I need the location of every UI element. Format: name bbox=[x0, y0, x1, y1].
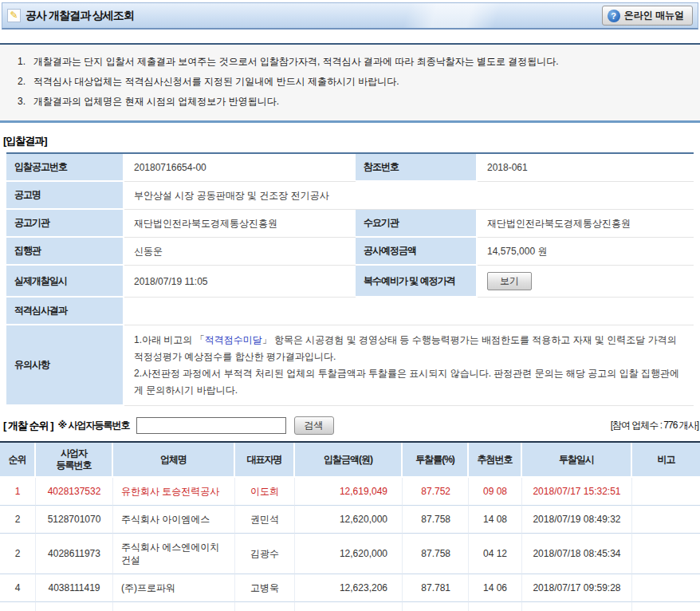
business-reg-no-input[interactable] bbox=[136, 417, 286, 434]
notice-number: 3. bbox=[10, 92, 26, 112]
page: ✎ 공사 개찰결과 상세조회 ? 온라인 매뉴얼 1. 개찰결과는 단지 입찰서… bbox=[0, 0, 700, 611]
announce-no-label: 입찰공고번호 bbox=[6, 154, 124, 182]
notice-text: 적격심사 대상업체는 적격심사신청서를 지정된 기일내에 반드시 제출하시기 바… bbox=[33, 72, 399, 92]
caution-blue-text: 적격점수미달 bbox=[205, 334, 262, 345]
bid-result-section-title: [입찰결과] bbox=[3, 134, 700, 148]
note-cell bbox=[632, 574, 700, 602]
view-button[interactable]: 보기 bbox=[487, 272, 532, 290]
company-cell: 유한회사 한양전력 bbox=[113, 602, 235, 611]
open-datetime-label: 실제개찰일시 bbox=[6, 266, 124, 298]
rank-cell: 1 bbox=[0, 478, 36, 506]
est-amount-label: 공사예정금액 bbox=[356, 238, 478, 266]
reg-no-cell: 7648600336 bbox=[36, 602, 113, 611]
company-cell: 주식회사 아이엠에스 bbox=[113, 506, 235, 534]
company-cell: 주식회사 에스엔에이치 건설 bbox=[113, 534, 235, 574]
lottery-cell: 14 06 bbox=[469, 574, 522, 602]
notice-item: 3. 개찰결과의 업체명은 현재 시점의 업체정보가 반영됩니다. bbox=[0, 92, 700, 112]
rank-table-header-row: 순위 사업자등록번호 업체명 대표자명 입찰금액(원) 투찰률(%) 추첨번호 … bbox=[0, 443, 700, 478]
reg-no-cell: 4028137532 bbox=[36, 478, 113, 506]
rate-cell: 87.758 bbox=[403, 506, 469, 534]
table-row[interactable]: 5 7648600336 유한회사 한양전력 박창호 12,624,165 87… bbox=[0, 602, 700, 611]
reserve-price-cell: 보기 bbox=[478, 266, 694, 298]
amount-cell: 12,620,000 bbox=[295, 506, 403, 534]
online-manual-button[interactable]: ? 온라인 매뉴얼 bbox=[602, 6, 693, 26]
bid-result-table: 입찰공고번호 20180716654-00 참조번호 2018-061 공고명 … bbox=[6, 152, 694, 406]
datetime-cell: 2018/07/17 09:59:28 bbox=[522, 574, 632, 602]
demand-org-label: 수요기관 bbox=[356, 210, 478, 238]
online-manual-label: 온라인 매뉴얼 bbox=[624, 9, 684, 22]
notice-box: 1. 개찰결과는 단지 입찰서 제출결과 보여주는 것으로서 입찰참가자격, 적… bbox=[0, 43, 700, 123]
search-button[interactable]: 검색 bbox=[294, 416, 334, 435]
ceo-cell: 박창호 bbox=[235, 602, 295, 611]
officer-label: 집행관 bbox=[6, 238, 124, 266]
lottery-cell: 04 12 bbox=[469, 534, 522, 574]
caution-paragraph-2: 2.사전판정 과정에서 부적격 처리된 업체의 투찰금액과 투찰률은 표시되지 … bbox=[134, 365, 684, 399]
rate-cell: 87.781 bbox=[403, 574, 469, 602]
announce-no-value: 20180716654-00 bbox=[124, 154, 356, 182]
note-cell bbox=[632, 602, 700, 611]
notice-name-value: 부안상설 시장 공동판매장 및 건조장 전기공사 bbox=[124, 182, 694, 210]
table-row: 적격심사결과 bbox=[6, 298, 694, 325]
caution-label: 유의사항 bbox=[6, 325, 124, 406]
lottery-cell: 09 08 bbox=[469, 478, 522, 506]
qualification-label: 적격심사결과 bbox=[6, 298, 124, 325]
ceo-cell: 고병욱 bbox=[235, 574, 295, 602]
table-row: 유의사항 1.아래 비고의 「적격점수미달」 항목은 시공경험 및 경영상태 등… bbox=[6, 325, 694, 406]
rank-cell: 4 bbox=[0, 574, 36, 602]
note-cell bbox=[632, 534, 700, 574]
est-amount-value: 14,575,000 원 bbox=[478, 238, 694, 266]
reserve-price-label: 복수예비가 및 예정가격 bbox=[356, 266, 478, 298]
qualification-value bbox=[124, 298, 694, 325]
ceo-cell: 권민석 bbox=[235, 506, 295, 534]
col-lottery: 추첨번호 bbox=[469, 443, 522, 478]
notice-item: 2. 적격심사 대상업체는 적격심사신청서를 지정된 기일내에 반드시 제출하시… bbox=[0, 72, 700, 92]
rank-search-bar: [ 개찰 순위 ] ※ 사업자등록번호 검색 [참여 업체수 : 776 개사] bbox=[3, 416, 698, 435]
datetime-cell: 2018/07/17 16:50:26 bbox=[522, 602, 632, 611]
amount-cell: 12,620,000 bbox=[295, 534, 403, 574]
table-row[interactable]: 1 4028137532 유한회사 토승전력공사 이도희 12,619,049 … bbox=[0, 478, 700, 506]
datetime-cell: 2018/07/19 08:49:32 bbox=[522, 506, 632, 534]
business-reg-no-label: ※ 사업자등록번호 bbox=[58, 419, 130, 432]
company-cell: 유한회사 토승전력공사 bbox=[113, 478, 235, 506]
col-ceo: 대표자명 bbox=[235, 443, 295, 478]
notice-item: 1. 개찰결과는 단지 입찰서 제출결과 보여주는 것으로서 입찰참가자격, 적… bbox=[0, 52, 700, 72]
col-rate: 투찰률(%) bbox=[403, 443, 469, 478]
notice-text: 개찰결과는 단지 입찰서 제출결과 보여주는 것으로서 입찰참가자격, 적격심사… bbox=[33, 52, 559, 72]
rank-section-title: [ 개찰 순위 ] bbox=[3, 419, 53, 433]
reg-no-cell: 5128701070 bbox=[36, 506, 113, 534]
open-datetime-value: 2018/07/19 11:05 bbox=[124, 266, 356, 298]
rate-cell: 87.787 bbox=[403, 602, 469, 611]
caution-value: 1.아래 비고의 「적격점수미달」 항목은 시공경험 및 경영상태 등 수행능력… bbox=[124, 325, 694, 406]
note-cell bbox=[632, 478, 700, 506]
reg-no-cell: 4028611973 bbox=[36, 534, 113, 574]
notice-number: 1. bbox=[10, 52, 26, 72]
notice-number: 2. bbox=[10, 72, 26, 92]
lottery-cell: 09 07 bbox=[469, 602, 522, 611]
amount-cell: 12,624,165 bbox=[295, 602, 403, 611]
rank-cell: 5 bbox=[0, 602, 36, 611]
table-row[interactable]: 2 5128701070 주식회사 아이엠에스 권민석 12,620,000 8… bbox=[0, 506, 700, 534]
participants-count: [참여 업체수 : 776 개사] bbox=[611, 419, 698, 432]
table-row: 실제개찰일시 2018/07/19 11:05 복수예비가 및 예정가격 보기 bbox=[6, 266, 694, 298]
rank-cell: 2 bbox=[0, 534, 36, 574]
page-title: 공사 개찰결과 상세조회 bbox=[26, 9, 134, 23]
col-rank: 순위 bbox=[0, 443, 36, 478]
officer-value: 신동운 bbox=[124, 238, 356, 266]
company-cell: (주)프로파워 bbox=[113, 574, 235, 602]
amount-cell: 12,623,206 bbox=[295, 574, 403, 602]
col-reg-no: 사업자등록번호 bbox=[36, 443, 113, 478]
page-titlebar: ✎ 공사 개찰결과 상세조회 ? 온라인 매뉴얼 bbox=[2, 2, 698, 30]
table-row[interactable]: 2 4028611973 주식회사 에스엔에이치 건설 김광수 12,620,0… bbox=[0, 534, 700, 574]
table-row[interactable]: 4 4038111419 (주)프로파워 고병욱 12,623,206 87.7… bbox=[0, 574, 700, 602]
notice-text: 개찰결과의 업체명은 현재 시점의 업체정보가 반영됩니다. bbox=[33, 92, 279, 112]
reg-no-cell: 4038111419 bbox=[36, 574, 113, 602]
ref-no-label: 참조번호 bbox=[356, 154, 478, 182]
col-reg-no-line2: 등록번호 bbox=[57, 459, 92, 471]
edit-pencil-icon: ✎ bbox=[7, 9, 21, 22]
col-note: 비고 bbox=[632, 443, 700, 478]
datetime-cell: 2018/07/17 15:32:51 bbox=[522, 478, 632, 506]
question-mark-icon: ? bbox=[608, 10, 620, 22]
amount-cell: 12,619,049 bbox=[295, 478, 403, 506]
rank-table: 순위 사업자등록번호 업체명 대표자명 입찰금액(원) 투찰률(%) 추첨번호 … bbox=[0, 441, 700, 611]
ceo-cell: 이도희 bbox=[235, 478, 295, 506]
